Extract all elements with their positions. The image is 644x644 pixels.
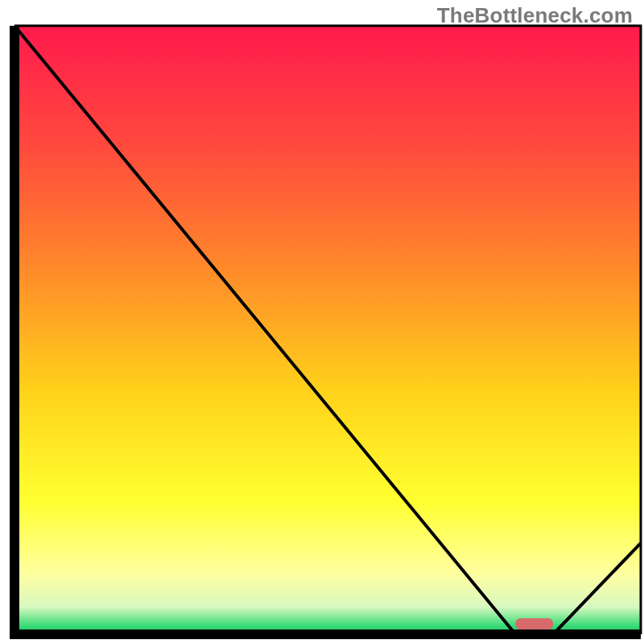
bottleneck-chart bbox=[0, 0, 644, 644]
chart-container: TheBottleneck.com bbox=[0, 0, 644, 644]
optimum-band bbox=[515, 618, 553, 630]
chart-gradient-area bbox=[14, 26, 641, 634]
